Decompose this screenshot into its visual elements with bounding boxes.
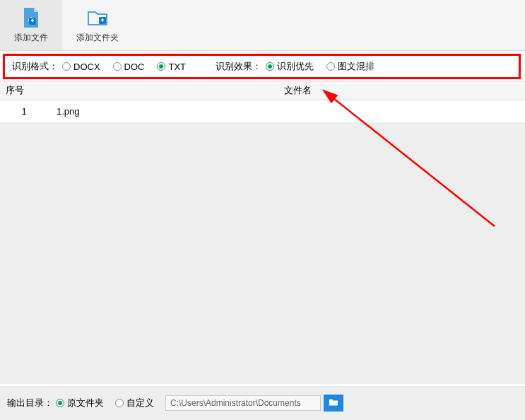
table-body: 1 1.png (0, 100, 525, 122)
radio-doc[interactable]: DOC (113, 62, 145, 72)
options-bar: 识别格式： DOCX DOC TXT 识别效果： 识别优先 图文混排 (3, 54, 521, 79)
output-path-input[interactable] (165, 395, 321, 411)
folder-add-icon (86, 6, 109, 29)
table-row[interactable]: 1 1.png (0, 100, 525, 122)
radio-recognize-priority[interactable]: 识别优先 (266, 60, 314, 73)
file-add-icon (20, 6, 42, 29)
radio-docx[interactable]: DOCX (62, 62, 100, 72)
effect-label: 识别效果： (216, 60, 261, 73)
add-folder-button[interactable]: 添加文件夹 (62, 0, 133, 50)
footer-bar: 输出目录： 原文件夹 自定义 (0, 386, 525, 420)
format-label: 识别格式： (12, 60, 58, 73)
add-file-label: 添加文件 (14, 32, 48, 44)
output-label: 输出目录： (7, 397, 53, 409)
radio-mixed[interactable]: 图文混排 (326, 60, 374, 73)
svg-rect-7 (102, 18, 103, 22)
radio-custom-folder[interactable]: 自定义 (115, 397, 154, 409)
add-folder-label: 添加文件夹 (76, 32, 119, 44)
col-header-no: 序号 (0, 84, 42, 97)
svg-rect-4 (32, 19, 33, 23)
table-header: 序号 文件名 (0, 81, 525, 100)
empty-area (0, 122, 525, 384)
radio-txt[interactable]: TXT (157, 62, 186, 72)
toolbar: 添加文件 添加文件夹 (0, 0, 525, 51)
cell-name: 1.png (42, 106, 525, 117)
browse-folder-button[interactable] (324, 395, 343, 412)
cell-no: 1 (0, 106, 42, 117)
add-file-button[interactable]: 添加文件 (0, 0, 62, 50)
folder-icon (328, 397, 339, 409)
radio-original-folder[interactable]: 原文件夹 (56, 397, 104, 409)
col-header-name: 文件名 (42, 84, 525, 97)
